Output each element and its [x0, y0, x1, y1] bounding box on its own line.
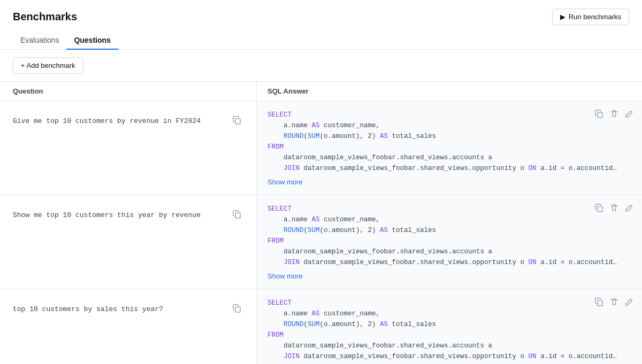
copy-question-button-2[interactable] [231, 208, 243, 221]
copy-icon [595, 204, 603, 212]
trash-icon [610, 298, 618, 306]
copy-icon [233, 304, 241, 313]
run-benchmarks-label: Run benchmarks [569, 13, 621, 21]
column-header-question: Question [0, 82, 257, 100]
table-row: Show me top 10 customers this year by re… [0, 195, 642, 289]
sql-actions-3 [593, 296, 636, 308]
sql-code-2: SELECT a.name AS customer_name, ROUND(SU… [268, 204, 631, 268]
copy-icon [595, 110, 603, 118]
column-header-sql: SQL Answer [257, 82, 642, 100]
sql-code-1: SELECT a.name AS customer_name, ROUND(SU… [268, 110, 631, 174]
delete-sql-button-3[interactable] [608, 296, 621, 308]
sql-cell-3: SELECT a.name AS customer_name, ROUND(SU… [257, 289, 642, 364]
question-actions-1 [231, 114, 243, 127]
question-text-3: top 10 customers by sales this year? [13, 302, 163, 315]
question-actions-2 [231, 208, 243, 221]
edit-sql-button-1[interactable] [623, 107, 636, 120]
svg-rect-3 [598, 206, 602, 212]
copy-icon [233, 116, 241, 125]
tab-evaluations[interactable]: Evaluations [13, 32, 66, 50]
sql-actions-1 [593, 107, 636, 120]
sql-code-3: SELECT a.name AS customer_name, ROUND(SU… [268, 298, 631, 362]
question-cell-3: top 10 customers by sales this year? [0, 289, 257, 364]
sql-cell-1: SELECT a.name AS customer_name, ROUND(SU… [257, 101, 642, 195]
edit-sql-button-2[interactable] [623, 202, 636, 214]
svg-rect-0 [235, 119, 240, 124]
table-row: top 10 customers by sales this year? [0, 289, 642, 364]
copy-sql-button-3[interactable] [593, 296, 606, 308]
svg-rect-2 [235, 213, 240, 218]
copy-sql-button-1[interactable] [593, 107, 606, 120]
page-header: Benchmarks ▶ Run benchmarks [0, 0, 642, 25]
delete-sql-button-2[interactable] [608, 202, 621, 214]
run-benchmarks-button[interactable]: ▶ Run benchmarks [552, 9, 629, 25]
copy-icon [233, 210, 241, 219]
svg-rect-1 [598, 112, 602, 118]
table-header: Question SQL Answer [0, 82, 642, 101]
copy-question-button-3[interactable] [231, 302, 243, 315]
toolbar: + Add benchmark [0, 50, 642, 81]
page-title: Benchmarks [13, 11, 77, 23]
question-actions-3 [231, 302, 243, 315]
add-benchmark-button[interactable]: + Add benchmark [13, 57, 83, 74]
question-text-1: Give me top 10 customers by revenue in F… [13, 114, 201, 127]
table-row: Give me top 10 customers by revenue in F… [0, 101, 642, 195]
show-more-button-1[interactable]: Show more [268, 178, 303, 186]
question-text-2: Show me top 10 customers this year by re… [13, 208, 201, 221]
edit-icon [625, 204, 633, 212]
svg-rect-5 [598, 300, 602, 306]
benchmarks-table: Question SQL Answer Give me top 10 custo… [0, 81, 642, 364]
copy-icon [595, 298, 603, 306]
add-benchmark-label: + Add benchmark [21, 61, 75, 69]
copy-question-button-1[interactable] [231, 114, 243, 127]
trash-icon [610, 110, 618, 118]
question-cell-1: Give me top 10 customers by revenue in F… [0, 101, 257, 195]
copy-sql-button-2[interactable] [593, 202, 606, 214]
edit-sql-button-3[interactable] [623, 296, 636, 308]
trash-icon [610, 204, 618, 212]
sql-cell-2: SELECT a.name AS customer_name, ROUND(SU… [257, 195, 642, 289]
tab-questions[interactable]: Questions [66, 32, 118, 50]
tabs-bar: Evaluations Questions [0, 27, 642, 50]
edit-icon [625, 298, 633, 306]
edit-icon [625, 110, 633, 118]
delete-sql-button-1[interactable] [608, 107, 621, 120]
play-icon: ▶ [560, 13, 565, 21]
show-more-button-2[interactable]: Show more [268, 272, 303, 280]
question-cell-2: Show me top 10 customers this year by re… [0, 195, 257, 289]
svg-rect-4 [235, 307, 240, 312]
sql-actions-2 [593, 202, 636, 214]
